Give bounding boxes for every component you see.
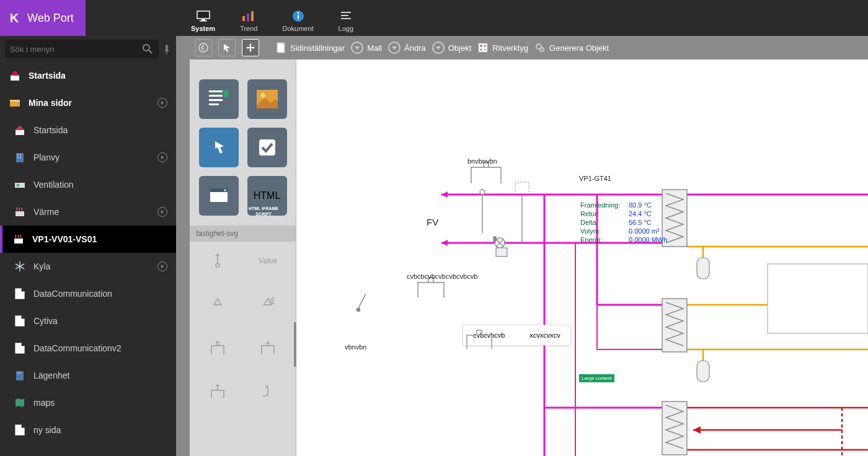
logo-icon: K: [7, 11, 21, 25]
sidebar-item-ventilation[interactable]: Ventilation: [0, 171, 176, 198]
list-icon: [339, 10, 353, 22]
tool-window[interactable]: [199, 176, 239, 216]
object-dropdown[interactable]: Objekt: [432, 42, 472, 54]
stencil-item[interactable]: [192, 333, 243, 362]
floating-popover[interactable]: cvbcvbcvb xcvxcvxcv: [463, 325, 571, 346]
drawtools-button[interactable]: Ritverktyg: [477, 42, 528, 53]
edit-toolbar: Sidinställningar Mall Ändra Objekt Ritve…: [190, 36, 868, 59]
svg-rect-29: [20, 157, 21, 158]
svg-point-18: [484, 49, 486, 51]
svg-rect-40: [209, 103, 219, 105]
nav-label: Dokument: [282, 25, 313, 32]
brand[interactable]: K Web Port: [0, 0, 86, 36]
svg-rect-2: [200, 20, 207, 22]
svg-rect-5: [251, 11, 254, 21]
svg-point-48: [216, 263, 219, 267]
svg-rect-83: [494, 237, 496, 242]
chart-icon: [241, 10, 256, 22]
svg-rect-27: [20, 154, 21, 156]
svg-line-86: [358, 294, 366, 309]
sidebar-label: Startsida: [29, 71, 66, 81]
svg-point-8: [297, 12, 299, 14]
chevron-right-icon: [157, 207, 167, 217]
svg-line-22: [149, 50, 152, 53]
svg-rect-44: [259, 139, 275, 156]
back-button[interactable]: [195, 39, 212, 56]
nav-label: System: [191, 25, 215, 32]
building-icon: [14, 369, 26, 382]
pointer-tool[interactable]: [218, 39, 236, 56]
sidebar-item-datacom2[interactable]: DataCommunicationv2: [0, 335, 176, 362]
move-tool[interactable]: [242, 39, 259, 56]
generate-button[interactable]: Generera Objekt: [534, 42, 609, 53]
stencil-item[interactable]: [243, 290, 294, 318]
tool-button[interactable]: [199, 128, 239, 167]
sidebar-label: DataCommunicationv2: [33, 343, 122, 353]
svg-rect-35: [17, 372, 19, 374]
search-row: [0, 36, 176, 62]
stencil-item[interactable]: [243, 377, 294, 405]
template-dropdown[interactable]: Mall: [351, 42, 382, 54]
svg-rect-4: [247, 14, 249, 21]
sidebar-item-planvy[interactable]: Planvy: [0, 144, 176, 171]
nav-trend[interactable]: Trend: [240, 10, 257, 36]
nav-system[interactable]: System: [191, 10, 215, 36]
svg-rect-9: [341, 12, 351, 13]
sidebar-item-varme[interactable]: Värme: [0, 198, 176, 226]
nav-logg[interactable]: Logg: [339, 10, 353, 36]
svg-rect-26: [17, 154, 19, 156]
sidebar-label: Kyla: [33, 261, 50, 271]
svg-point-21: [143, 45, 149, 51]
sensor-readout: Framledning:80.9 °C Retur:24.4 °C Delta:…: [580, 201, 667, 244]
folder-icon: [9, 97, 21, 109]
sidebar-item-nysida[interactable]: ny sida: [0, 416, 176, 444]
tool-text-block[interactable]: [199, 79, 239, 119]
schematic-svg: [296, 59, 868, 456]
stencil-item[interactable]: [243, 333, 294, 362]
stencil-item[interactable]: [192, 247, 243, 275]
search-box[interactable]: [5, 40, 159, 58]
tool-image[interactable]: [247, 79, 287, 119]
canvas-label-left: vbnvbn: [345, 343, 366, 351]
page-settings-label: Sidinställningar: [290, 43, 345, 53]
nav-dokument[interactable]: Dokument: [282, 10, 313, 36]
sidebar-item-maps[interactable]: maps: [0, 389, 176, 416]
svg-rect-3: [242, 16, 245, 21]
sidebar-item-vp1[interactable]: VP1-VV01-VS01: [0, 226, 176, 253]
svg-rect-0: [197, 11, 210, 19]
stencil-value[interactable]: Value: [243, 247, 294, 275]
canvas[interactable]: FV bnvbnvbn cvbcbcvbcvbcvbcvbcvb vbnvbn …: [296, 59, 868, 456]
sidebar-item-startsida[interactable]: Startsida: [0, 116, 176, 144]
popover-label-b: xcvxcvxcv: [529, 331, 560, 339]
svg-rect-30: [15, 183, 25, 188]
svg-rect-24: [10, 100, 20, 102]
generate-label: Generera Objekt: [549, 43, 609, 53]
svg-rect-36: [20, 372, 21, 374]
change-label: Ändra: [404, 43, 426, 53]
pin-icon[interactable]: [162, 43, 171, 55]
page-icon: [14, 424, 26, 436]
sidebar-item-lagenhet[interactable]: Lägenhet: [0, 362, 176, 389]
change-dropdown[interactable]: Ändra: [388, 42, 426, 54]
sidebar-item-cytiva[interactable]: Cytiva: [0, 307, 176, 335]
sidebar-home-header[interactable]: Startsida: [0, 62, 176, 89]
sidebar-item-kyla[interactable]: Kyla: [0, 253, 176, 280]
page-settings-button[interactable]: Sidinställningar: [277, 42, 345, 53]
svg-rect-37: [209, 90, 223, 92]
template-label: Mall: [367, 43, 382, 53]
svg-rect-76: [768, 264, 868, 333]
search-input[interactable]: [10, 45, 141, 54]
svg-point-87: [357, 309, 360, 312]
sidebar-mypages-header[interactable]: Mina sidor: [0, 89, 176, 116]
stencil-item[interactable]: [192, 377, 243, 405]
tool-iframe[interactable]: HTML: [247, 176, 287, 216]
svg-rect-10: [341, 15, 348, 16]
chevron-down-icon: [388, 42, 401, 54]
tool-checkbox[interactable]: [247, 128, 287, 167]
nav-label: Trend: [240, 25, 257, 32]
stencil-item[interactable]: [192, 290, 243, 318]
sidebar-label: Startsida: [33, 125, 68, 135]
svg-rect-39: [209, 99, 223, 101]
sidebar-item-datacom[interactable]: DataCommunication: [0, 280, 176, 307]
svg-rect-82: [496, 248, 507, 256]
